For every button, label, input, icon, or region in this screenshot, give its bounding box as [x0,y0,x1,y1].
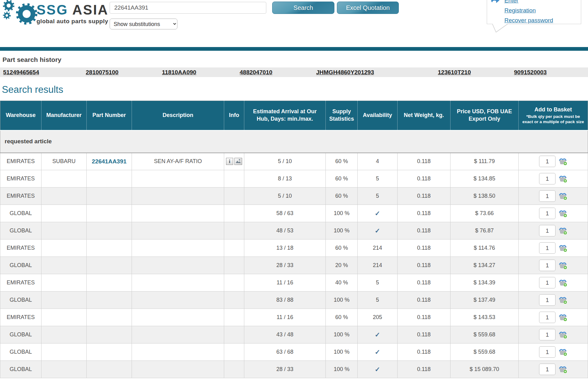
history-link[interactable]: 123610T210 [438,67,471,77]
add-to-basket-button[interactable] [559,192,567,200]
cell-supply: 20 % [326,257,357,274]
qty-input[interactable] [539,329,555,340]
cell-add-to-basket [518,291,588,309]
cell-price: $ 137.49 [450,291,518,309]
qty-input[interactable] [539,208,555,219]
add-to-basket-button[interactable] [559,209,567,218]
column-header-availability: Availability [357,101,397,130]
substitutions-select[interactable]: Show substitutions [110,19,177,29]
cell-manufacturer [41,205,86,222]
cell-arrival: 48 / 53 [244,222,326,240]
cell-add-to-basket [518,222,588,240]
cell-net-weight: 0.118 [398,188,451,205]
add-to-basket-button[interactable] [559,261,567,270]
add-to-basket-button[interactable] [559,365,567,374]
cell-availability: 5 [357,274,397,291]
qty-input[interactable] [539,294,555,306]
cell-availability: ✓ [357,205,397,222]
part-number-link[interactable]: 22641AA391 [92,158,127,165]
column-header-price: Price USD, FOB UAE Export Only [450,101,518,130]
add-to-basket-button[interactable] [559,313,567,322]
qty-input[interactable] [539,277,555,288]
qty-input[interactable] [539,225,555,236]
history-link[interactable]: 11810AA090 [162,67,196,77]
cell-manufacturer [41,240,86,257]
logo: SSG ASIA global auto parts supply [2,0,95,34]
column-header-warehouse: Warehouse [0,101,41,130]
qty-input[interactable] [539,190,555,202]
cell-info [224,222,244,240]
history-link[interactable]: 2810075100 [86,67,119,77]
cell-part-number [87,326,132,343]
add-to-basket-button[interactable] [559,244,567,252]
search-button[interactable]: Search [272,2,334,14]
add-to-basket-button[interactable] [559,330,567,339]
qty-input[interactable] [539,242,555,254]
cell-availability: 214 [357,257,397,274]
cell-net-weight: 0.118 [398,205,451,222]
add-to-basket-button[interactable] [559,279,567,287]
cell-price: $ 134.27 [450,257,518,274]
cell-price: $ 559.68 [450,326,518,343]
column-header-part-number: Part Number [87,101,132,130]
enter-link[interactable]: Enter [504,0,518,4]
excel-quotation-button[interactable]: Excel Quotation [337,2,399,14]
cell-availability: 5 [357,291,397,309]
cell-supply: 60 % [326,170,357,188]
table-row: EMIRATES8 / 1360 %50.118$ 134.85 [0,170,588,188]
qty-input[interactable] [539,173,555,184]
login-panel: Enter Registration Recover password [487,0,581,24]
logo-text: SSG ASIA global auto parts supply [37,3,109,25]
cell-warehouse: GLOBAL [0,205,41,222]
qty-input[interactable] [539,364,555,375]
qty-input[interactable] [539,156,555,167]
basket-icon [559,313,567,322]
cell-arrival: 43 / 48 [244,326,326,343]
add-to-basket-button[interactable] [559,296,567,304]
cell-add-to-basket [518,309,588,326]
table-row: GLOBAL83 / 88100 %50.118$ 137.49 [0,291,588,309]
part-search-input[interactable] [110,2,266,14]
history-link[interactable]: 51249465654 [3,67,39,77]
history-link[interactable]: 9091520003 [514,67,547,77]
group-label: requested article [0,130,588,153]
history-link[interactable]: 4882047010 [240,67,272,77]
cell-add-to-basket [518,205,588,222]
cell-info: i [224,153,244,170]
registration-link[interactable]: Registration [504,7,536,14]
cell-part-number: 22641AA391 [87,153,132,170]
add-to-basket-button[interactable] [559,175,567,183]
table-row: GLOBAL28 / 3320 %2140.118$ 134.27 [0,257,588,274]
cell-add-to-basket [518,326,588,343]
cell-part-number [87,309,132,326]
history-link[interactable]: JHMGH4860Y201293 [316,67,374,77]
cell-price: $ 111.79 [450,153,518,170]
recover-password-link[interactable]: Recover password [504,17,553,24]
photo-icon[interactable] [234,158,242,165]
cell-arrival: 83 / 88 [244,291,326,309]
cell-net-weight: 0.118 [398,170,451,188]
cell-part-number [87,188,132,205]
group-row: requested article [0,130,588,153]
add-to-basket-button[interactable] [559,348,567,356]
cell-add-to-basket [518,240,588,257]
cell-arrival: 5 / 10 [244,188,326,205]
column-header-manufacturer: Manufacturer [41,101,86,130]
info-icon[interactable]: i [226,158,233,165]
cell-net-weight: 0.118 [398,274,451,291]
cell-add-to-basket [518,153,588,170]
cell-supply: 60 % [326,188,357,205]
cell-info [224,309,244,326]
qty-input[interactable] [539,346,555,358]
add-to-basket-button[interactable] [559,227,567,235]
column-header-description: Description [132,101,224,130]
qty-input[interactable] [539,260,555,271]
cell-part-number [87,257,132,274]
qty-input[interactable] [539,312,555,323]
cell-supply: 40 % [326,274,357,291]
basket-column-title: Add to Basket [521,106,585,113]
add-to-basket-button[interactable] [559,157,567,166]
table-row: EMIRATES11 / 1640 %50.118$ 134.39 [0,274,588,291]
cell-availability: ✓ [357,343,397,361]
cell-warehouse: EMIRATES [0,240,41,257]
